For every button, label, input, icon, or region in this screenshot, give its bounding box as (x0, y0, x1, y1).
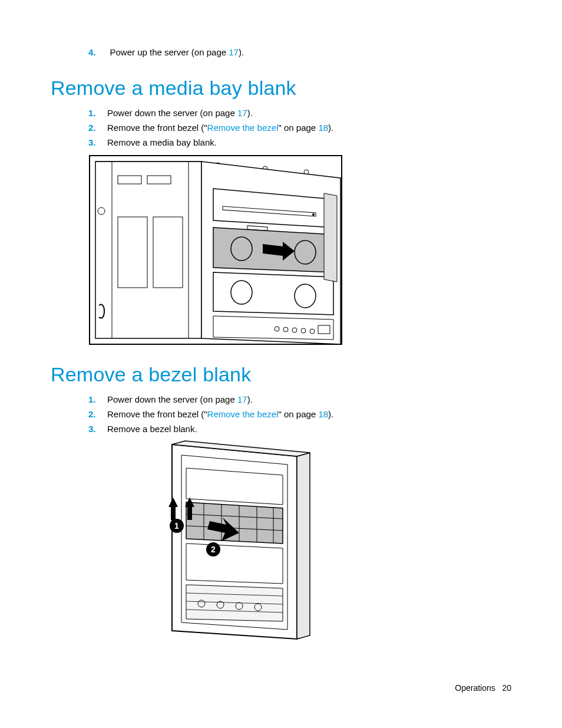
footer-section: Operations (455, 683, 495, 693)
list-item: 2. Remove the front bezel ("Remove the b… (88, 409, 511, 419)
list-item: 3. Remove a bezel blank. (88, 424, 511, 434)
svg-rect-1 (95, 162, 201, 338)
list-item: 3. Remove a media bay blank. (88, 137, 511, 147)
step-number: 2. (88, 123, 107, 133)
page-link[interactable]: 18 (318, 123, 328, 133)
step-body: Remove a media bay blank. (107, 137, 217, 147)
illustration-bezel-blank: 1 2 (151, 439, 511, 644)
illustration-media-bay (88, 152, 511, 347)
steps-list-media-bay: 1. Power down the server (on page 17). 2… (88, 108, 511, 147)
step-body: Remove a bezel blank. (107, 424, 197, 434)
step-body: Power down the server (on page 17). (107, 394, 253, 404)
svg-marker-46 (186, 543, 283, 584)
step-number: 1. (88, 108, 107, 118)
svg-marker-38 (186, 502, 283, 543)
step-body: Power down the server (on page 17). (107, 108, 253, 118)
page-link[interactable]: 17 (229, 47, 239, 57)
svg-text:1: 1 (174, 521, 179, 531)
section-heading-bezel-blank: Remove a bezel blank (51, 363, 511, 386)
page-link[interactable]: 18 (318, 409, 328, 419)
step-number: 4. (88, 47, 107, 57)
page-link[interactable]: 17 (237, 108, 247, 118)
list-item: 2. Remove the front bezel ("Remove the b… (88, 123, 511, 133)
step-body: Remove the front bezel ("Remove the beze… (107, 123, 333, 133)
list-item: 1. Power down the server (on page 17). (88, 108, 511, 118)
svg-point-16 (312, 213, 315, 216)
svg-marker-32 (324, 193, 337, 282)
step-text: Power up the server (on page 17). (110, 47, 244, 57)
steps-list-bezel-blank: 1. Power down the server (on page 17). 2… (88, 394, 511, 434)
cross-reference-link[interactable]: Remove the bezel (207, 409, 279, 419)
step-body: Remove the front bezel ("Remove the beze… (107, 409, 333, 419)
page-footer: Operations 20 (455, 683, 511, 693)
page-link[interactable]: 17 (237, 394, 247, 404)
step-number: 3. (88, 424, 107, 434)
svg-marker-25 (213, 316, 333, 340)
step-number: 3. (88, 137, 107, 147)
section-heading-media-bay: Remove a media bay blank (51, 77, 511, 100)
step-number: 1. (88, 394, 107, 404)
cross-reference-link[interactable]: Remove the bezel (207, 123, 279, 133)
step-number: 2. (88, 409, 107, 419)
list-item: 1. Power down the server (on page 17). (88, 394, 511, 404)
svg-text:2: 2 (211, 545, 216, 554)
svg-marker-47 (186, 585, 283, 621)
continued-step: 4. Power up the server (on page 17). (88, 47, 511, 58)
svg-marker-34 (297, 453, 310, 639)
footer-page-number: 20 (502, 683, 511, 693)
